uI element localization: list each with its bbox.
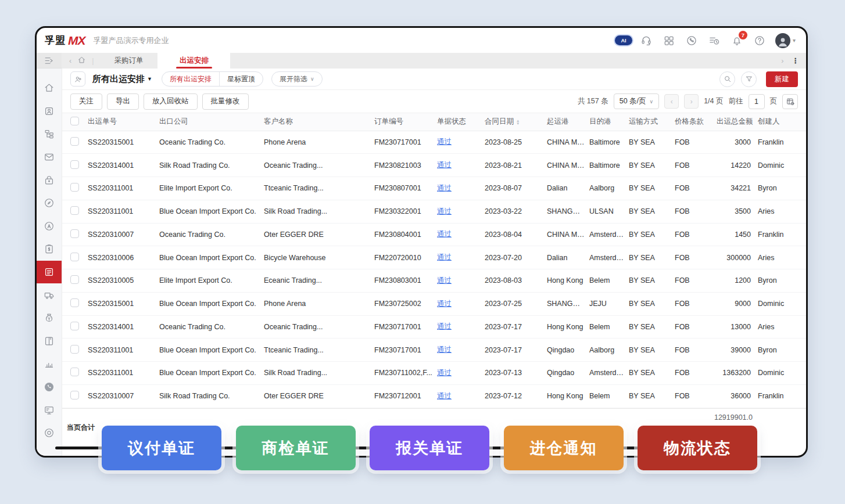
table-row[interactable]: SS220310007Silk Road Trading Co.Oter EGG… <box>62 384 806 408</box>
cell-no[interactable]: SS220310005 <box>85 269 157 293</box>
new-button[interactable]: 新建 <box>766 71 798 87</box>
ai-assistant-icon[interactable]: AI <box>617 34 631 48</box>
prev-page-button[interactable]: ‹ <box>664 94 679 109</box>
money-bag-icon[interactable] <box>37 307 62 330</box>
row-checkbox[interactable] <box>62 154 85 177</box>
help-icon[interactable] <box>753 34 767 48</box>
cell-no[interactable]: SS220311001 <box>85 362 157 385</box>
table-row[interactable]: SS220315001Blue Ocean Import Export Co.P… <box>62 292 806 315</box>
status-link[interactable]: 通过 <box>437 322 452 330</box>
status-link[interactable]: 通过 <box>437 369 452 377</box>
whatsapp-icon[interactable] <box>37 376 62 399</box>
tabs-more-icon[interactable]: ⋮ <box>792 56 800 65</box>
column-header-pod[interactable]: 目的港 <box>587 113 626 131</box>
column-header-order[interactable]: 订单编号 <box>372 113 435 131</box>
column-header-status[interactable]: 单据状态 <box>435 113 482 131</box>
status-link[interactable]: 通过 <box>437 253 452 261</box>
assign-user-icon[interactable] <box>70 71 85 87</box>
shopping-bag-icon[interactable] <box>37 168 62 192</box>
recycle-bin-button[interactable]: 放入回收站 <box>144 93 198 110</box>
row-checkbox[interactable] <box>62 177 85 200</box>
row-checkbox[interactable] <box>62 131 85 154</box>
org-chart-icon[interactable] <box>37 123 62 146</box>
column-header-creator[interactable]: 创建人 <box>756 113 806 131</box>
row-checkbox[interactable] <box>62 362 85 385</box>
tabs-scroll-right-icon[interactable]: › <box>781 57 783 65</box>
cell-no[interactable]: SS220310007 <box>85 384 157 408</box>
table-row[interactable]: SS220311001Blue Ocean Import Export Co.T… <box>62 339 806 362</box>
column-settings-icon[interactable] <box>782 94 798 109</box>
table-row[interactable]: SS220311001Elite Import Export Co.Ttcean… <box>62 177 806 200</box>
app-grid-icon[interactable] <box>662 34 676 48</box>
cell-no[interactable]: SS220311001 <box>85 200 157 223</box>
tab-shipping-arrangement[interactable]: 出运安排 <box>157 53 230 69</box>
goto-page-input[interactable] <box>749 94 765 109</box>
segment-starred[interactable]: 星标置顶 <box>220 72 263 86</box>
settings-icon[interactable] <box>37 422 62 445</box>
mail-icon[interactable] <box>37 146 62 169</box>
status-link[interactable]: 通过 <box>437 300 452 308</box>
row-checkbox[interactable] <box>62 339 85 362</box>
view-selector[interactable]: 所有出运安排▼ <box>92 74 152 85</box>
cell-no[interactable]: SS220310006 <box>85 246 157 269</box>
flow-button-inspection-docs[interactable]: 商检单证 <box>236 426 356 470</box>
status-link[interactable]: 通过 <box>437 207 452 215</box>
flow-button-negotiation-docs[interactable]: 议付单证 <box>102 426 221 470</box>
truck-icon[interactable] <box>37 283 62 307</box>
shipping-doc-icon[interactable] <box>37 261 62 284</box>
cell-no[interactable]: SS220315001 <box>85 131 157 154</box>
user-menu[interactable]: ▾ <box>775 33 796 48</box>
whatsapp-icon[interactable] <box>685 34 699 48</box>
status-link[interactable]: 通过 <box>437 276 452 285</box>
row-checkbox[interactable] <box>62 384 85 408</box>
follow-button[interactable]: 关注 <box>70 93 102 110</box>
row-checkbox[interactable] <box>62 223 85 246</box>
column-header-no[interactable]: 出运单号 <box>85 113 157 131</box>
table-row[interactable]: SS220314001Silk Road Trading Co.Oceanic … <box>62 154 806 177</box>
page-size-select[interactable]: 50 条/页∨ <box>614 93 659 109</box>
circle-a-icon[interactable] <box>37 215 62 238</box>
status-link[interactable]: 通过 <box>437 392 452 400</box>
search-icon[interactable] <box>719 71 735 87</box>
clipboard-dollar-icon[interactable] <box>37 237 62 261</box>
export-button[interactable]: 导出 <box>107 93 139 110</box>
column-header-mode[interactable]: 运输方式 <box>626 113 672 131</box>
back-icon[interactable]: ‹ <box>69 57 71 65</box>
bar-chart-icon[interactable] <box>37 352 62 376</box>
cell-no[interactable]: SS220314001 <box>85 315 157 339</box>
cell-no[interactable]: SS220311001 <box>85 339 157 362</box>
column-header-exporter[interactable]: 出口公司 <box>157 113 262 131</box>
status-link[interactable]: 通过 <box>437 230 452 238</box>
column-header-pol[interactable]: 起运港 <box>545 113 587 131</box>
monitor-icon[interactable] <box>37 398 62 422</box>
cell-no[interactable]: SS220314001 <box>85 154 157 177</box>
cell-no[interactable]: SS220311001 <box>85 177 157 200</box>
status-link[interactable]: 通过 <box>437 161 452 169</box>
row-checkbox[interactable] <box>62 200 85 223</box>
cell-no[interactable]: SS220310007 <box>85 223 157 246</box>
expand-filter-button[interactable]: 展开筛选∨ <box>271 71 323 87</box>
notebook-icon[interactable] <box>37 330 62 353</box>
segment-all-shipments[interactable]: 所有出运安排 <box>162 72 219 86</box>
row-checkbox[interactable] <box>62 292 85 315</box>
avatar[interactable] <box>775 33 790 48</box>
table-row[interactable]: SS220310005Elite Import Export Co.Eceani… <box>62 269 806 293</box>
column-header-customer[interactable]: 客户名称 <box>262 113 372 131</box>
row-checkbox[interactable] <box>62 246 85 269</box>
cell-no[interactable]: SS220315001 <box>85 292 157 315</box>
flow-button-logistics-status[interactable]: 物流状态 <box>638 426 757 470</box>
table-row[interactable]: SS220310007Oceanic Trading Co.Oter EGGER… <box>62 223 806 246</box>
column-header-date[interactable]: 合同日期▲▼ <box>482 113 545 131</box>
table-row[interactable]: SS220311001Blue Ocean Import Export Co.S… <box>62 362 806 385</box>
table-row[interactable]: SS220310006Blue Ocean Import Export Co.B… <box>62 246 806 269</box>
home-icon[interactable] <box>37 77 62 100</box>
status-link[interactable]: 通过 <box>437 138 452 146</box>
table-row[interactable]: SS220314001Oceanic Trading Co.Oceanic Tr… <box>62 315 806 339</box>
flow-button-customs-docs[interactable]: 报关单证 <box>370 426 489 470</box>
column-header-terms[interactable]: 价格条款 <box>672 113 714 131</box>
compass-icon[interactable] <box>37 192 62 215</box>
task-list-icon[interactable] <box>707 34 721 48</box>
table-row[interactable]: SS220311001Blue Ocean Import Export Co.S… <box>62 200 806 223</box>
next-page-button[interactable]: › <box>684 94 699 109</box>
row-checkbox[interactable] <box>62 315 85 339</box>
